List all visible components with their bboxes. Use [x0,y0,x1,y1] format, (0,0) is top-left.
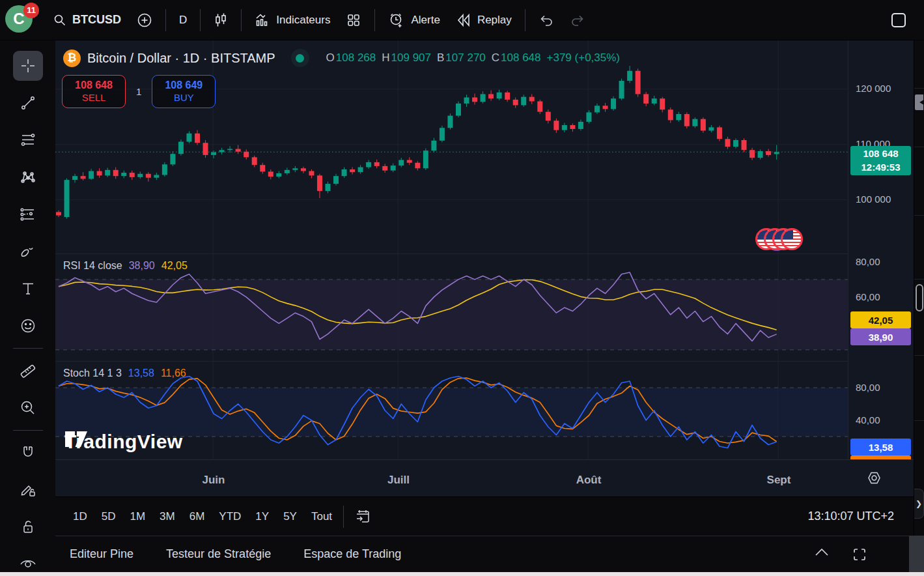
smiley-icon [20,317,36,334]
high-value: 109 907 [391,51,431,65]
range-ytd[interactable]: YTD [212,506,248,528]
buy-price: 108 649 [165,79,203,92]
bottom-toolbar: 1D 5D 1M 3M 6M YTD 1Y 5Y Tout 13:10:07 U… [55,497,914,536]
data-window-dot-button[interactable] [291,49,309,67]
hide-drawings-button[interactable] [13,549,43,572]
buy-button[interactable]: 108 649 BUY [152,75,216,108]
strip-separator [914,147,924,147]
bottom-panel-tabs: Editeur Pine Testeur de Stratégie Espace… [55,536,909,572]
range-3m[interactable]: 3M [152,506,182,528]
panel-controls [814,547,867,562]
last-price-tag: 108 648 12:49:53 [850,146,911,175]
us-flag-icon [781,228,803,250]
interval-button[interactable]: D [173,7,193,34]
indicators-icon [255,12,270,28]
lock-drawings-button[interactable] [13,512,43,542]
tabs-right-strip [909,536,924,572]
goto-date-button[interactable] [354,508,371,525]
compare-button[interactable] [130,7,159,34]
rsi-ma-tag: 42,05 [850,311,911,328]
replay-icon [456,13,471,27]
price-scale[interactable]: 120 000 110 000 100 000 108 648 12:49:53… [848,40,914,459]
range-all[interactable]: Tout [304,506,339,528]
panel-resize-handle[interactable] [916,284,923,311]
expand-panel-chevron[interactable]: ❯ [914,489,924,519]
user-menu-button[interactable]: C 11 [5,5,35,35]
sell-label: SELL [82,92,106,104]
chart-style-button[interactable] [207,7,234,34]
low-value: 107 270 [445,51,485,65]
main-chart-pane[interactable]: ₿ Bitcoin / Dollar · 1D · BITSTAMP O108 … [55,40,848,254]
chart-title[interactable]: Bitcoin / Dollar · 1D · BITSTAMP [87,51,275,66]
rsi-ma-tag-value: 42,05 [869,315,893,326]
measure-tool-button[interactable] [13,356,43,386]
rsi-header[interactable]: RSI 14 close 38,90 42,05 [63,260,188,272]
strip-separator [914,420,924,421]
grid-layout-icon [346,12,361,28]
undo-button[interactable] [532,7,561,34]
alert-button[interactable]: Alerte [382,7,446,34]
stoch-title[interactable]: Stoch 14 1 3 [63,367,122,379]
pattern-tool-button[interactable] [13,162,43,192]
tab-trading-panel[interactable]: Espace de Trading [303,547,401,561]
top-toolbar: C 11 BTCUSD D Indicateurs Alerte [0,0,924,40]
plus-circle-icon [137,12,152,28]
fullscreen-icon [890,12,907,29]
emoji-tool-button[interactable] [13,311,43,341]
range-5y[interactable]: 5Y [276,506,304,528]
sell-button[interactable]: 108 648 SELL [62,75,126,108]
tab-strategy-tester[interactable]: Testeur de Stratégie [166,547,271,561]
chevron-up-icon[interactable] [814,547,830,557]
symbol-search-button[interactable]: BTCUSD [47,7,128,34]
text-tool-button[interactable] [13,274,43,304]
bitcoin-icon: ₿ [63,50,81,67]
clock-timezone[interactable]: 13:10:07 UTC+2 [807,510,894,523]
zoom-in-tool-button[interactable] [13,393,43,423]
open-label: O [326,51,335,65]
indicators-button[interactable]: Indicateurs [248,7,337,34]
brush-tool-button[interactable] [13,237,43,266]
economic-events-flags[interactable] [769,228,803,250]
rsi-pane[interactable]: RSI 14 close 38,90 42,05 [55,254,848,362]
trade-quantity[interactable]: 1 [136,86,141,97]
range-6m[interactable]: 6M [182,506,212,528]
range-5d[interactable]: 5D [94,506,123,528]
toolbar-separator [374,9,375,31]
time-axis[interactable]: Juin Juill Août Sept [55,459,914,497]
range-1y[interactable]: 1Y [248,506,276,528]
right-edge-strip: ❯ [914,40,924,536]
scale-drag-handle[interactable] [915,94,923,110]
fullscreen-button[interactable] [884,7,914,34]
buy-label: BUY [174,92,194,104]
stoch-header[interactable]: Stoch 14 1 3 13,58 11,66 [63,367,186,379]
stoch-pane[interactable]: Stoch 14 1 3 13,58 11,66 TradingView [55,362,848,459]
month-label: Juin [203,474,225,487]
magnet-tool-button[interactable] [13,438,43,468]
open-value: 108 268 [336,51,376,65]
maximize-panel-icon[interactable] [852,547,867,562]
crosshair-tool-button[interactable] [13,51,43,81]
forecast-tool-button[interactable] [13,199,43,229]
status-dot [296,54,304,63]
unlock-icon [20,519,36,536]
range-1m[interactable]: 1M [122,506,152,528]
candlestick-chart[interactable] [55,40,848,254]
redo-button[interactable] [563,7,592,34]
trend-line-tool-button[interactable] [13,88,43,118]
chart-legend: ₿ Bitcoin / Dollar · 1D · BITSTAMP O108 … [63,49,620,67]
rsi-title[interactable]: RSI 14 close [63,260,122,272]
tab-pine-editor[interactable]: Editeur Pine [70,547,133,561]
fib-retracement-tool-button[interactable] [13,125,43,155]
search-icon [53,14,66,27]
layout-templates-button[interactable] [339,7,368,34]
low-label: B [437,51,444,65]
replay-button[interactable]: Replay [449,7,518,34]
replay-label: Replay [477,14,512,27]
strip-separator [914,279,924,280]
candles-icon [214,12,228,28]
range-1d[interactable]: 1D [66,506,94,528]
drawing-mode-lock-button[interactable] [13,475,43,505]
strip-separator [914,215,924,216]
calendar-goto-icon [354,508,371,525]
axis-settings-button[interactable] [866,470,882,489]
